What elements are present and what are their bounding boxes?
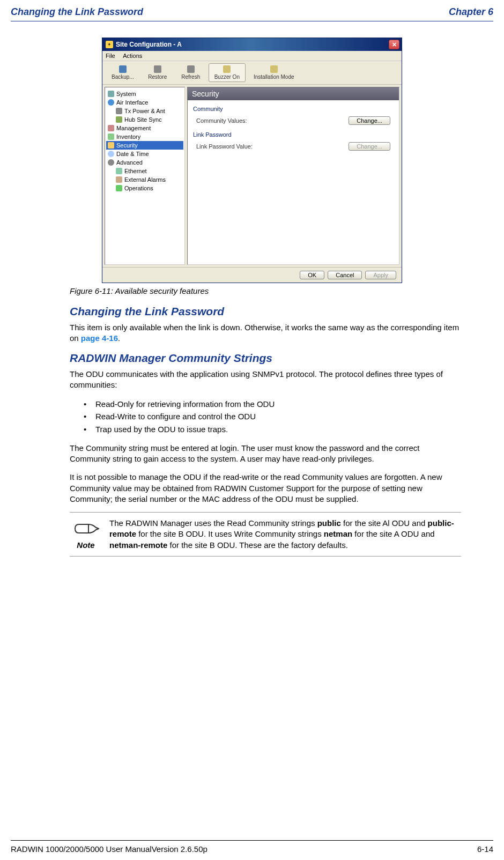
inventory-icon (108, 134, 114, 140)
hub-icon (116, 116, 122, 123)
apply-button: Apply (365, 271, 396, 279)
section-heading-community-strings: RADWIN Manager Community Strings (70, 352, 461, 365)
close-icon[interactable]: ✕ (389, 40, 399, 49)
security-panel: Security Community Community Values: Cha… (187, 87, 399, 265)
air-icon (108, 99, 114, 106)
link-password-group: Link Password Link Password Value: Chang… (193, 131, 394, 152)
tree-system[interactable]: System (106, 90, 183, 98)
tree-external-alarms[interactable]: External Alarms (106, 175, 183, 184)
tree-ethernet[interactable]: Ethernet (106, 167, 183, 175)
tree-advanced[interactable]: Advanced (106, 158, 183, 167)
disk-icon (119, 65, 127, 73)
note-text: The RADWIN Manager uses the Read Communi… (109, 518, 461, 551)
figure-caption: Figure 6-11: Available security features (70, 286, 461, 295)
note-block: Note The RADWIN Manager uses the Read Co… (70, 512, 461, 557)
paragraph: This item is only available when the lin… (70, 322, 461, 344)
app-icon: ✦ (106, 41, 113, 48)
header-chapter: Chapter 6 (449, 6, 493, 18)
dialog-footer: OK Cancel Apply (102, 267, 402, 283)
list-item: Trap used by the ODU to issue traps. (80, 423, 461, 435)
menu-file[interactable]: File (106, 53, 115, 59)
list-item: Read-Write to configure and control the … (80, 410, 461, 422)
tree-management[interactable]: Management (106, 124, 183, 132)
tree-security[interactable]: Security (106, 141, 183, 150)
restore-button[interactable]: Restore (142, 63, 173, 82)
ethernet-icon (116, 168, 122, 174)
restore-icon (154, 65, 161, 73)
antenna-icon (116, 108, 122, 114)
paragraph: The Community string must be entered at … (70, 443, 461, 465)
tree-hub-sync[interactable]: Hub Site Sync (106, 115, 183, 124)
alarm-icon (116, 176, 122, 183)
menubar: File Actions (102, 51, 402, 61)
site-config-dialog: ✦ Site Configuration - A ✕ File Actions … (102, 38, 402, 283)
footer-manual-version: RADWIN 1000/2000/5000 User ManualVersion… (11, 844, 207, 854)
toolbar: Backup... Restore Refresh Buzzer On Inst… (102, 61, 402, 85)
install-icon (270, 65, 278, 73)
community-values-label: Community Values: (196, 117, 266, 124)
list-item: Read-Only for retrieving information fro… (80, 398, 461, 410)
tree-date-time[interactable]: Date & Time (106, 150, 183, 158)
link-password-label: Link Password Value: (196, 143, 266, 150)
page-reference-link[interactable]: page 4-16 (81, 333, 118, 343)
operations-icon (116, 185, 122, 191)
cancel-button[interactable]: Cancel (328, 271, 362, 279)
community-change-button[interactable]: Change... (349, 116, 390, 125)
community-group: Community Community Values: Change... (193, 106, 394, 126)
titlebar: ✦ Site Configuration - A ✕ (102, 38, 402, 51)
mgmt-icon (108, 125, 114, 131)
link-password-change-button: Change... (349, 142, 390, 151)
ok-button[interactable]: OK (300, 271, 324, 279)
section-heading-link-password: Changing the Link Password (70, 305, 461, 318)
menu-actions[interactable]: Actions (123, 53, 142, 59)
paragraph: It is not possible to manage the ODU if … (70, 472, 461, 505)
tree-operations[interactable]: Operations (106, 184, 183, 192)
bullet-list: Read-Only for retrieving information fro… (80, 398, 461, 435)
header-section-title: Changing the Link Password (11, 6, 143, 18)
tree-air-interface[interactable]: Air Interface (106, 98, 183, 107)
system-icon (108, 91, 114, 97)
refresh-icon (187, 65, 195, 73)
advanced-icon (108, 159, 114, 166)
community-group-label: Community (193, 106, 394, 112)
security-icon (108, 142, 114, 149)
window-title: Site Configuration - A (116, 41, 389, 48)
tree-inventory[interactable]: Inventory (106, 132, 183, 141)
footer-page-number: 6-14 (477, 844, 493, 854)
tree-tx-power[interactable]: Tx Power & Ant (106, 107, 183, 115)
backup-button[interactable]: Backup... (106, 63, 140, 82)
link-password-group-label: Link Password (193, 131, 394, 138)
panel-title: Security (188, 87, 399, 100)
pointing-hand-icon (72, 518, 99, 539)
footer-rule (11, 840, 493, 841)
nav-tree: System Air Interface Tx Power & Ant Hub … (105, 87, 185, 265)
install-mode-button[interactable]: Installation Mode (248, 63, 300, 82)
refresh-button[interactable]: Refresh (175, 63, 206, 82)
clock-icon (108, 151, 114, 157)
paragraph: The ODU communicates with the applicatio… (70, 369, 461, 391)
buzzer-icon (223, 65, 231, 73)
note-label: Note (77, 540, 94, 550)
buzzer-button[interactable]: Buzzer On (209, 63, 246, 82)
